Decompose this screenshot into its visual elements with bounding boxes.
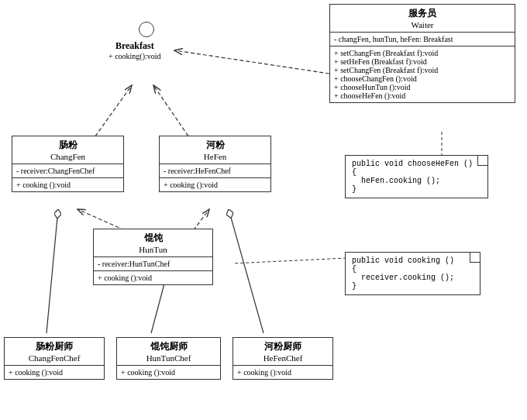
interface-label: Breakfast + cooking():void [108, 40, 161, 60]
svg-line-5 [174, 50, 329, 74]
changfen-box: 肠粉 ChangFen - receiver:ChangFenChef + co… [12, 136, 124, 192]
waiter-methods: + setChangFen (Breakfast f):void + setHe… [330, 46, 515, 102]
waiter-box: 服务员 Waiter - changFen, hunTun, heFen: Br… [329, 4, 515, 103]
note-cooking: public void cooking () { receiver.cookin… [345, 252, 480, 295]
huntunchef-box: 馄饨厨师 HunTunChef + cooking ():void [116, 337, 221, 380]
huntun-box: 馄饨 HunTun - receiver:HunTunChef + cookin… [93, 229, 213, 285]
svg-line-8 [229, 209, 264, 333]
interface-circle [139, 22, 154, 37]
changfenchef-box: 肠粉厨师 ChangFenChef + cooking ():void [4, 337, 105, 380]
svg-line-6 [46, 209, 58, 333]
hefen-box: 河粉 HeFen - receiver:HeFenChef + cooking … [159, 136, 271, 192]
note-chooseheFen: public void chooseHeFen () { heFen.cooki… [345, 155, 488, 198]
hefenchef-box: 河粉厨师 HeFenChef + cooking ():void [232, 337, 333, 380]
